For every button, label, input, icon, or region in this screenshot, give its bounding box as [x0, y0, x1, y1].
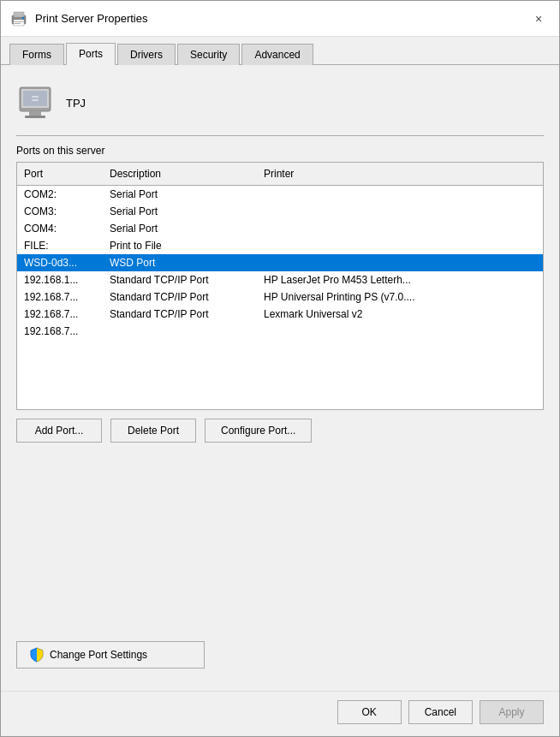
cell-port: FILE:	[17, 238, 103, 253]
cell-port: COM4:	[17, 221, 103, 236]
add-port-button[interactable]: Add Port...	[16, 419, 102, 443]
table-row[interactable]: COM2:Serial Port	[17, 186, 543, 203]
cell-port: 192.168.7...	[17, 306, 103, 322]
bottom-bar: OK Cancel Apply	[1, 691, 559, 736]
cell-printer: HP LaserJet Pro M453 Letterh...	[257, 272, 543, 288]
svg-rect-11	[32, 99, 39, 101]
apply-button[interactable]: Apply	[480, 700, 544, 724]
ok-button[interactable]: OK	[337, 700, 402, 724]
cell-printer	[257, 330, 543, 333]
configure-port-button[interactable]: Configure Port...	[205, 419, 312, 443]
cell-port: 192.168.1...	[17, 272, 103, 288]
server-name: TPJ	[66, 97, 86, 110]
cell-printer	[257, 227, 543, 230]
ports-header: Port Description Printer	[17, 163, 543, 186]
delete-port-button[interactable]: Delete Port	[110, 419, 196, 443]
cell-port: WSD-0d3...	[17, 255, 103, 270]
col-header-port: Port	[17, 166, 103, 181]
cancel-button[interactable]: Cancel	[408, 700, 473, 724]
cell-description: Standard TCP/IP Port	[103, 289, 257, 305]
server-icon	[16, 84, 54, 122]
cell-printer	[257, 261, 543, 264]
port-action-buttons: Add Port... Delete Port Configure Port..…	[16, 419, 544, 443]
divider	[16, 135, 544, 136]
table-row[interactable]: 192.168.1...Standard TCP/IP PortHP Laser…	[17, 271, 543, 288]
printer-icon	[9, 9, 28, 28]
col-scroll-spacer	[528, 166, 543, 181]
tab-security[interactable]: Security	[177, 44, 240, 65]
table-row[interactable]: COM3:Serial Port	[17, 203, 543, 220]
change-port-settings-label: Change Port Settings	[50, 649, 147, 661]
main-content: TPJ Ports on this server Port Descriptio…	[1, 65, 559, 691]
table-row[interactable]: COM4:Serial Port	[17, 220, 543, 237]
ports-section-label: Ports on this server	[16, 145, 544, 157]
tab-forms[interactable]: Forms	[9, 44, 64, 65]
table-row[interactable]: 192.168.7...	[17, 323, 543, 340]
cell-description: Standard TCP/IP Port	[103, 306, 257, 322]
svg-rect-4	[15, 23, 21, 24]
table-row[interactable]: WSD-0d3...WSD Port	[17, 254, 543, 271]
server-info: TPJ	[16, 77, 544, 132]
svg-rect-3	[15, 21, 23, 22]
svg-rect-2	[14, 20, 24, 26]
svg-rect-8	[23, 91, 47, 106]
table-row[interactable]: 192.168.7...Standard TCP/IP PortLexmark …	[17, 306, 543, 323]
cell-port: COM3:	[17, 204, 103, 219]
col-header-description: Description	[103, 166, 257, 181]
tab-advanced[interactable]: Advanced	[241, 44, 313, 65]
cell-description	[103, 330, 257, 333]
change-port-settings-button[interactable]: Change Port Settings	[16, 641, 205, 669]
cell-description: WSD Port	[103, 255, 257, 270]
table-row[interactable]: FILE:Print to File	[17, 237, 543, 254]
col-header-printer: Printer	[257, 166, 528, 181]
ports-body[interactable]: COM2:Serial PortCOM3:Serial PortCOM4:Ser…	[17, 186, 543, 409]
cell-port: COM2:	[17, 187, 103, 202]
svg-rect-1	[14, 12, 24, 17]
cell-description: Serial Port	[103, 187, 257, 202]
cell-printer: Lexmark Universal v2	[257, 306, 543, 322]
shield-icon	[29, 647, 45, 663]
svg-point-5	[22, 16, 24, 18]
title-bar: Print Server Properties ×	[1, 1, 559, 37]
tab-bar: Forms Ports Drivers Security Advanced	[1, 37, 559, 65]
cell-printer	[257, 193, 543, 196]
tab-drivers[interactable]: Drivers	[117, 44, 176, 65]
cell-port: 192.168.7...	[17, 289, 103, 305]
print-server-properties-window: Print Server Properties × Forms Ports Dr…	[0, 0, 560, 737]
cell-port: 192.168.7...	[17, 324, 103, 339]
cell-description: Standard TCP/IP Port	[103, 272, 257, 288]
cell-description: Serial Port	[103, 221, 257, 236]
cell-description: Print to File	[103, 238, 257, 253]
window-title: Print Server Properties	[35, 12, 148, 25]
cell-printer	[257, 210, 543, 213]
tab-ports[interactable]: Ports	[66, 43, 116, 65]
cell-description: Serial Port	[103, 204, 257, 219]
ports-list: Port Description Printer COM2:Serial Por…	[16, 162, 544, 410]
close-button[interactable]: ×	[525, 5, 552, 33]
svg-rect-9	[29, 111, 41, 116]
title-bar-left: Print Server Properties	[9, 9, 148, 28]
svg-rect-12	[32, 96, 39, 98]
svg-rect-10	[25, 116, 45, 118]
cell-printer: HP Universal Printing PS (v7.0....	[257, 289, 543, 305]
cell-printer	[257, 244, 543, 247]
table-row[interactable]: 192.168.7...Standard TCP/IP PortHP Unive…	[17, 288, 543, 306]
